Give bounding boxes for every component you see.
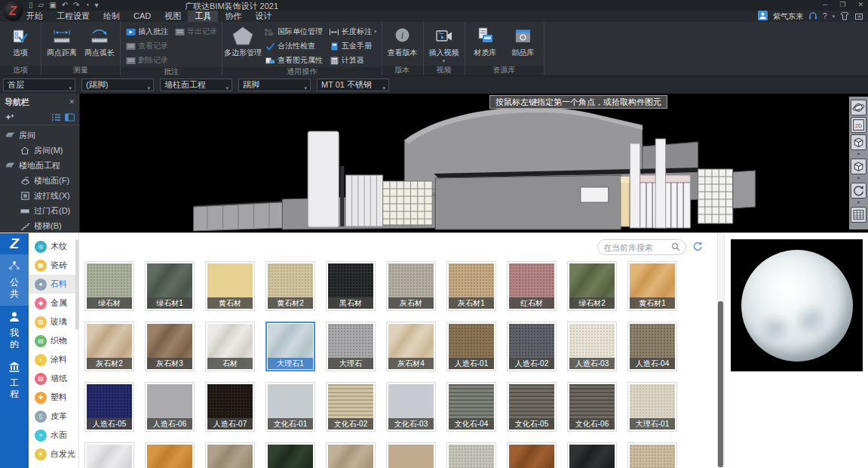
tab-工具[interactable]: 工具: [188, 11, 218, 22]
category-金属[interactable]: ◆金属: [29, 294, 78, 313]
library-section-我的[interactable]: 我的: [0, 306, 29, 356]
ribbon-button-插入视频[interactable]: 插入视频 ▾: [427, 24, 462, 64]
material-swatch[interactable]: [507, 442, 557, 468]
ribbon-button-计算器[interactable]: 计算器: [327, 54, 379, 67]
material-swatch-人造石-06[interactable]: 人造石-06: [145, 382, 195, 432]
search-icon[interactable]: [671, 241, 680, 254]
new-file-icon[interactable]: ▯: [29, 1, 33, 10]
material-swatch[interactable]: [446, 442, 496, 468]
category-织物[interactable]: ▤织物: [29, 331, 78, 350]
schedule-button[interactable]: [851, 207, 866, 223]
floor-select[interactable]: 首层▾: [3, 79, 75, 91]
help-button[interactable]: ?: [823, 12, 827, 20]
material-swatch[interactable]: [386, 442, 436, 468]
category-塑料[interactable]: ✚塑料: [29, 388, 78, 407]
open-folder-icon[interactable]: ▱: [38, 1, 44, 10]
material-swatch-大理石1[interactable]: 大理石1: [265, 322, 315, 371]
ribbon-button-合法性检查[interactable]: 合法性检查: [263, 39, 324, 53]
category-皮革[interactable]: ▯皮革: [29, 407, 78, 426]
material-swatch-文化石-02[interactable]: 文化石-02: [326, 382, 376, 432]
save-icon[interactable]: ▣: [49, 1, 56, 10]
material-swatch-文化石-01[interactable]: 文化石-01: [265, 382, 315, 432]
material-swatch[interactable]: [84, 442, 134, 468]
search-input[interactable]: [603, 243, 668, 252]
tree-房间[interactable]: 房间: [0, 128, 79, 143]
material-swatch-人造石-01[interactable]: 人造石-01: [446, 322, 496, 371]
restore-icon[interactable]: ❐: [839, 0, 845, 10]
material-swatch-人造石-03[interactable]: 人造石-03: [567, 322, 617, 371]
category-涂料[interactable]: ◖涂料: [29, 350, 78, 369]
refresh-icon[interactable]: [692, 241, 703, 254]
material-swatch-文化石-06[interactable]: 文化石-06: [567, 382, 617, 432]
ribbon-button-部品库[interactable]: 部品库: [506, 24, 541, 58]
avatar[interactable]: [758, 10, 768, 23]
tree-波打线(X)[interactable]: 波打线(X): [0, 188, 79, 203]
material-swatch-大理石[interactable]: 大理石: [326, 322, 376, 371]
element-select[interactable]: (踢脚)▾: [81, 79, 154, 91]
material-swatch-人造石-07[interactable]: 人造石-07: [205, 382, 255, 432]
ribbon-button-两点距离[interactable]: 两点距离: [44, 24, 79, 58]
material-swatch-人造石-02[interactable]: 人造石-02: [507, 322, 557, 371]
material-preview-viewport[interactable]: [731, 239, 863, 371]
customize-icon[interactable]: ▾: [95, 1, 99, 10]
material-swatch-灰石材4[interactable]: 灰石材4: [386, 322, 436, 371]
tree-楼梯(B)[interactable]: 楼梯(B): [0, 218, 79, 232]
3d-view-button[interactable]: [851, 134, 866, 150]
material-swatch-人造石-05[interactable]: 人造石-05: [84, 382, 134, 432]
material-swatch-绿石材2[interactable]: 绿石材2: [567, 261, 617, 311]
2d-view-button[interactable]: 2D: [851, 117, 866, 133]
headset-icon[interactable]: [808, 10, 817, 23]
ribbon-button-两点弧长[interactable]: 两点弧长: [82, 24, 117, 58]
grid-scrollbar[interactable]: [717, 233, 724, 468]
material-swatch[interactable]: [326, 442, 376, 468]
tab-绘制[interactable]: 绘制: [97, 11, 127, 22]
material-select[interactable]: MT 01 不锈钢▾: [317, 79, 389, 91]
add-view-icon[interactable]: [5, 111, 14, 125]
close-icon[interactable]: ✕: [857, 0, 863, 10]
tree-楼地面(F)[interactable]: 楼地面(F): [0, 173, 79, 188]
project-select[interactable]: 墙柱面工程▾: [160, 79, 232, 91]
viewport-3d[interactable]: 按鼠标左键指定第一个角点，或拾取构件图元 2D▾▾▾: [80, 94, 868, 232]
material-swatch-黄石材1[interactable]: 黄石材1: [627, 261, 677, 311]
ribbon-button-查看版本[interactable]: i查看版本: [385, 24, 420, 58]
tree-过门石(D)[interactable]: 过门石(D): [0, 203, 79, 218]
material-swatch-灰石材3[interactable]: 灰石材3: [145, 322, 195, 371]
material-swatch-文化石-03[interactable]: 文化石-03: [386, 382, 436, 432]
tab-CAD[interactable]: CAD: [127, 11, 158, 22]
category-玻璃[interactable]: ▨玻璃: [29, 313, 78, 331]
ribbon-button-选项[interactable]: 选项: [3, 24, 38, 58]
material-swatch-人造石-04[interactable]: 人造石-04: [627, 322, 677, 371]
category-石料[interactable]: ●石料: [29, 275, 78, 294]
tab-设计[interactable]: 设计: [248, 11, 278, 22]
ribbon-button-材质库[interactable]: 材质库: [468, 24, 503, 58]
material-swatch-灰石材2[interactable]: 灰石材2: [84, 322, 134, 371]
material-swatch-文化石-04[interactable]: 文化石-04: [446, 382, 496, 432]
rotate-view-button[interactable]: [851, 183, 866, 199]
material-swatch-绿石材[interactable]: 绿石材: [84, 261, 134, 311]
list-view-icon[interactable]: [51, 111, 61, 125]
tree-楼地面工程[interactable]: 楼地面工程: [0, 158, 79, 173]
isometric-view-button[interactable]: [851, 159, 866, 174]
redo-icon[interactable]: ↷: [73, 1, 79, 10]
material-swatch-大理石-01[interactable]: 大理石-01: [627, 382, 677, 432]
material-swatch[interactable]: [265, 442, 315, 468]
material-swatch-黄石材[interactable]: 黄石材: [205, 261, 255, 311]
tab-视图[interactable]: 视图: [158, 11, 188, 22]
material-swatch[interactable]: [205, 442, 255, 468]
ribbon-button-五金手册[interactable]: 五金手册: [327, 39, 379, 53]
library-section-工程[interactable]: 工程: [0, 356, 29, 406]
material-swatch[interactable]: [145, 442, 195, 468]
component-select[interactable]: 踢脚▾: [238, 79, 311, 91]
ribbon-button-插入批注[interactable]: 插入批注: [124, 25, 170, 38]
material-swatch-文化石-05[interactable]: 文化石-05: [507, 382, 557, 432]
material-swatch-绿石材1[interactable]: 绿石材1: [145, 261, 195, 311]
popout-icon[interactable]: [854, 10, 863, 23]
panel-view-icon[interactable]: [65, 111, 75, 125]
category-瓷砖[interactable]: ▦瓷砖: [29, 256, 78, 275]
library-section-公共[interactable]: 公共: [0, 254, 29, 306]
material-swatch-石材[interactable]: 石材: [205, 322, 255, 371]
material-swatch-灰石材[interactable]: 灰石材: [386, 261, 436, 311]
material-swatch-黑石材[interactable]: 黑石材: [326, 261, 376, 311]
close-icon[interactable]: ✕: [69, 98, 75, 106]
category-水面[interactable]: ≈水面: [29, 426, 78, 445]
